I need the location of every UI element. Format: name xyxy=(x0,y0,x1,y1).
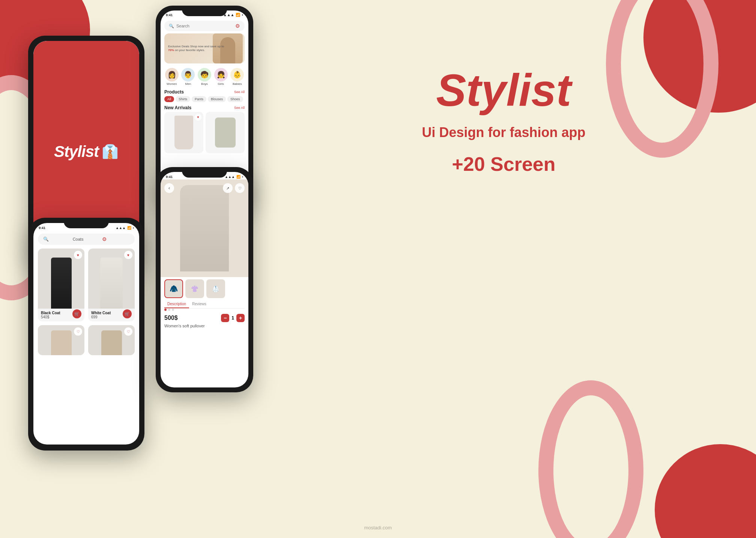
thumb-2-inner: 👚 xyxy=(185,279,204,298)
list-search-bar[interactable]: 🔍 Coats ⚙ xyxy=(38,234,135,245)
screen-count: +20 Screen xyxy=(270,153,737,175)
girls-label: Girls xyxy=(218,82,224,86)
black-coat-image: ♥ xyxy=(38,249,84,309)
product-figure-2 xyxy=(206,112,245,153)
battery-icon: ▪ xyxy=(242,13,243,17)
search-icon: 🔍 xyxy=(169,24,174,29)
categories-row: 👩 Women 👨 Men 🧒 Boys 👧 Girls xyxy=(161,66,248,87)
phone-notch xyxy=(182,6,227,16)
babies-circle: 👶 xyxy=(230,68,244,81)
black-coat-wishlist[interactable]: ♥ xyxy=(74,251,82,259)
thumb-3-inner: 🥼 xyxy=(206,279,225,298)
thumb-1[interactable]: 🧥 xyxy=(164,279,183,298)
tab-reviews[interactable]: Reviews xyxy=(189,300,209,308)
boys-circle: 🧒 xyxy=(198,68,211,81)
bg-circle-bottom-right xyxy=(655,444,756,538)
list-filter-icon[interactable]: ⚙ xyxy=(102,236,129,242)
splash-logo: Stylist xyxy=(54,143,99,161)
dot-1 xyxy=(164,309,167,311)
category-girls[interactable]: 👧 Girls xyxy=(214,68,228,86)
back-button[interactable]: ‹ xyxy=(164,183,174,193)
shirt-icon: 👔 xyxy=(102,144,119,160)
new-arrivals-see-all[interactable]: See All xyxy=(234,106,245,110)
detail-tabs: Description Reviews xyxy=(164,300,245,309)
qty-minus-btn[interactable]: − xyxy=(221,314,229,322)
white-coat-cart-btn[interactable]: 🛒 xyxy=(123,309,132,318)
detail-wifi: 📶 xyxy=(236,175,240,179)
extra1-wishlist[interactable]: ♡ xyxy=(74,327,82,336)
detail-signal: ▲▲▲ xyxy=(225,175,235,179)
banner-highlight: 70% xyxy=(168,48,174,52)
product-black-coat[interactable]: ♥ Black Coat 540$ 🛒 xyxy=(38,249,84,321)
list-signal: ▲▲▲ xyxy=(116,226,126,230)
watermark: mostadi.com xyxy=(364,525,392,530)
qty-plus-btn[interactable]: + xyxy=(236,314,245,322)
men-label: Men xyxy=(185,82,191,86)
list-screen: 9:41 ▲▲▲ 📶 ▪ 🔍 Coats ⚙ ♥ Black Coat xyxy=(33,223,139,445)
extra2-wishlist[interactable]: ♡ xyxy=(124,327,132,336)
category-babies[interactable]: 👶 Babies xyxy=(230,68,244,86)
product-extra-2[interactable]: ♡ xyxy=(88,325,135,355)
products-header: Products See All xyxy=(161,89,248,96)
new-arrivals-title: New Arrivals xyxy=(164,105,191,110)
extra2-figure xyxy=(101,330,122,355)
tab-description[interactable]: Description xyxy=(164,300,189,308)
search-input[interactable] xyxy=(176,24,233,28)
time: 9:41 xyxy=(166,13,173,17)
extra1-figure xyxy=(51,330,72,355)
products-see-all[interactable]: See All xyxy=(234,90,245,94)
thumb-3[interactable]: 🥼 xyxy=(206,279,225,298)
brand-title: Stylist xyxy=(270,68,737,113)
banner-main-text: Exclusive Deals Shop now and save up to … xyxy=(168,45,224,53)
men-circle: 👨 xyxy=(181,68,195,81)
white-coat-image: ♥ xyxy=(88,249,135,309)
bg-arc-right-bottom xyxy=(538,380,643,538)
women-label: Women xyxy=(167,82,177,86)
product-thumbnails: 🧥 👚 🥼 xyxy=(161,277,248,300)
app-tagline: Ui Design for fashion app xyxy=(270,124,737,142)
phone-notch-list xyxy=(64,218,109,228)
products-tabs: All Shirts Pants Blouses Shoes xyxy=(161,96,248,104)
black-coat-cart-btn[interactable]: 🛒 xyxy=(72,309,81,318)
extra1-image: ♡ xyxy=(38,325,84,355)
list-search-value[interactable]: Coats xyxy=(73,237,100,241)
product-white-coat[interactable]: ♥ White Coat 699 🛒 xyxy=(88,249,135,321)
new-arrivals-grid: ♥ xyxy=(161,112,248,153)
dress-figure xyxy=(174,116,193,149)
filter-icon[interactable]: ⚙ xyxy=(235,23,240,29)
list-search-icon: 🔍 xyxy=(43,237,71,242)
babies-label: Babies xyxy=(233,82,242,86)
thumb-2[interactable]: 👚 xyxy=(185,279,204,298)
tab-shirts[interactable]: Shirts xyxy=(176,96,190,102)
detail-product-name: Women's soft pullover xyxy=(161,324,248,330)
category-boys[interactable]: 🧒 Boys xyxy=(198,68,211,86)
qty-value: 1 xyxy=(231,315,234,321)
hero-wishlist-button[interactable]: ♡ xyxy=(235,183,245,193)
category-men[interactable]: 👨 Men xyxy=(181,68,195,86)
product-card-1[interactable]: ♥ xyxy=(164,112,203,153)
tab-shoes[interactable]: Shoes xyxy=(227,96,243,102)
list-time: 9:41 xyxy=(39,226,45,230)
search-bar[interactable]: 🔍 ⚙ xyxy=(164,21,245,31)
extra2-image: ♡ xyxy=(88,325,135,355)
category-women[interactable]: 👩 Women xyxy=(165,68,179,86)
product-hero: ‹ ↗ ♡ xyxy=(161,179,248,277)
detail-action-buttons: ↗ ♡ xyxy=(223,183,245,193)
list-battery: ▪ xyxy=(133,226,134,230)
black-coat-figure xyxy=(51,258,72,309)
tab-all[interactable]: All xyxy=(164,96,174,102)
phone-list: 9:41 ▲▲▲ 📶 ▪ 🔍 Coats ⚙ ♥ Black Coat xyxy=(28,218,144,451)
promo-banner[interactable]: Exclusive Deals Shop now and save up to … xyxy=(164,33,245,63)
product-card-2[interactable] xyxy=(206,112,245,153)
tab-pants[interactable]: Pants xyxy=(192,96,206,102)
wishlist-btn-1[interactable]: ♥ xyxy=(195,114,201,121)
women-circle: 👩 xyxy=(165,68,179,81)
product-price: 500$ xyxy=(164,315,178,321)
dot-3 xyxy=(172,309,174,311)
tab-blouses[interactable]: Blouses xyxy=(208,96,226,102)
product-extra-1[interactable]: ♡ xyxy=(38,325,84,355)
white-coat-wishlist[interactable]: ♥ xyxy=(124,251,132,259)
products-title: Products xyxy=(164,89,184,95)
price-qty-row: 500$ − 1 + xyxy=(161,312,248,324)
share-button[interactable]: ↗ xyxy=(223,183,233,193)
